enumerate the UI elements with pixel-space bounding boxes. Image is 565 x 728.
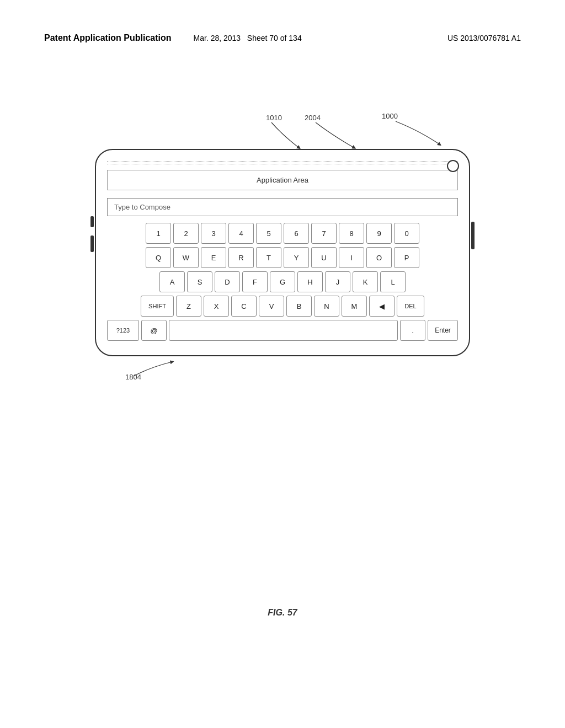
key-7[interactable]: 7	[311, 223, 337, 244]
labels-container: 1010 2004 1000	[95, 110, 470, 149]
side-button-right	[471, 222, 475, 249]
application-area-box: Application Area	[107, 170, 458, 190]
key-t[interactable]: T	[256, 247, 281, 268]
annotation-arrows: 1010 2004 1000	[95, 110, 470, 149]
key-x[interactable]: X	[204, 296, 229, 317]
keyboard-row-bottom: ?123 @ . Enter	[107, 320, 458, 341]
label-1804-arrow: 1804	[95, 356, 260, 384]
dotted-line-1	[107, 161, 458, 162]
patent-title: Patent Application Publication	[44, 33, 172, 43]
key-e[interactable]: E	[201, 247, 226, 268]
key-w[interactable]: W	[173, 247, 199, 268]
compose-placeholder: Type to Compose	[114, 203, 170, 211]
key-r[interactable]: R	[228, 247, 254, 268]
keyboard-row-qwerty: Q W E R T Y U I O P	[107, 247, 458, 268]
key-8[interactable]: 8	[339, 223, 364, 244]
figure-label: FIG. 57	[268, 608, 297, 618]
compose-box[interactable]: Type to Compose	[107, 198, 458, 216]
key-g[interactable]: G	[270, 271, 295, 292]
label-1000-text: 1000	[382, 112, 398, 120]
key-a[interactable]: A	[159, 271, 185, 292]
patent-date: Mar. 28, 2013 Sheet 70 of 134	[194, 34, 302, 42]
key-enter[interactable]: Enter	[428, 320, 458, 341]
key-4[interactable]: 4	[228, 223, 254, 244]
key-9[interactable]: 9	[366, 223, 392, 244]
key-k[interactable]: K	[353, 271, 378, 292]
key-s[interactable]: S	[187, 271, 212, 292]
key-2[interactable]: 2	[173, 223, 199, 244]
camera-circle	[447, 160, 459, 172]
key-backspace[interactable]: ◀	[369, 296, 395, 317]
key-o[interactable]: O	[366, 247, 392, 268]
keyboard-row-zxcv: SHIFT Z X C V B N M ◀ DEL	[107, 296, 458, 317]
key-l[interactable]: L	[380, 271, 406, 292]
device-wrapper: Application Area Type to Compose 1 2 3 4…	[95, 149, 470, 384]
keyboard-row-asdf: A S D F G H J K L	[107, 271, 458, 292]
key-f[interactable]: F	[242, 271, 268, 292]
key-n[interactable]: N	[314, 296, 339, 317]
keyboard-row-numbers: 1 2 3 4 5 6 7 8 9 0	[107, 223, 458, 244]
key-u[interactable]: U	[311, 247, 337, 268]
application-area-label: Application Area	[257, 176, 308, 184]
bottom-annotation-area: 1804	[95, 356, 470, 384]
keyboard: 1 2 3 4 5 6 7 8 9 0 Q W E R T	[107, 223, 458, 341]
key-space[interactable]	[169, 320, 398, 341]
device-frame: Application Area Type to Compose 1 2 3 4…	[95, 149, 470, 356]
diagram-container: 1010 2004 1000	[44, 110, 521, 384]
key-q[interactable]: Q	[146, 247, 171, 268]
side-button-top-left	[90, 216, 94, 227]
side-button-bottom-left	[90, 235, 94, 252]
key-p[interactable]: P	[394, 247, 419, 268]
key-0[interactable]: 0	[394, 223, 419, 244]
key-6[interactable]: 6	[284, 223, 309, 244]
patent-header: Patent Application Publication Mar. 28, …	[44, 33, 521, 43]
key-123[interactable]: ?123	[107, 320, 139, 341]
label-2004-text: 2004	[305, 114, 321, 122]
key-5[interactable]: 5	[256, 223, 281, 244]
patent-number: US 2013/0076781 A1	[447, 34, 521, 42]
key-1[interactable]: 1	[146, 223, 171, 244]
key-at[interactable]: @	[141, 320, 167, 341]
key-y[interactable]: Y	[284, 247, 309, 268]
key-i[interactable]: I	[339, 247, 364, 268]
dotted-line-2	[107, 164, 458, 164]
svg-text:1804: 1804	[125, 373, 141, 381]
key-c[interactable]: C	[231, 296, 257, 317]
key-3[interactable]: 3	[201, 223, 226, 244]
key-d[interactable]: D	[215, 271, 240, 292]
key-v[interactable]: V	[259, 296, 284, 317]
key-b[interactable]: B	[286, 296, 312, 317]
label-1010-text: 1010	[266, 114, 282, 122]
key-m[interactable]: M	[342, 296, 367, 317]
key-del[interactable]: DEL	[397, 296, 424, 317]
key-h[interactable]: H	[297, 271, 323, 292]
key-shift[interactable]: SHIFT	[141, 296, 174, 317]
key-j[interactable]: J	[325, 271, 350, 292]
key-z[interactable]: Z	[176, 296, 201, 317]
key-period[interactable]: .	[400, 320, 425, 341]
